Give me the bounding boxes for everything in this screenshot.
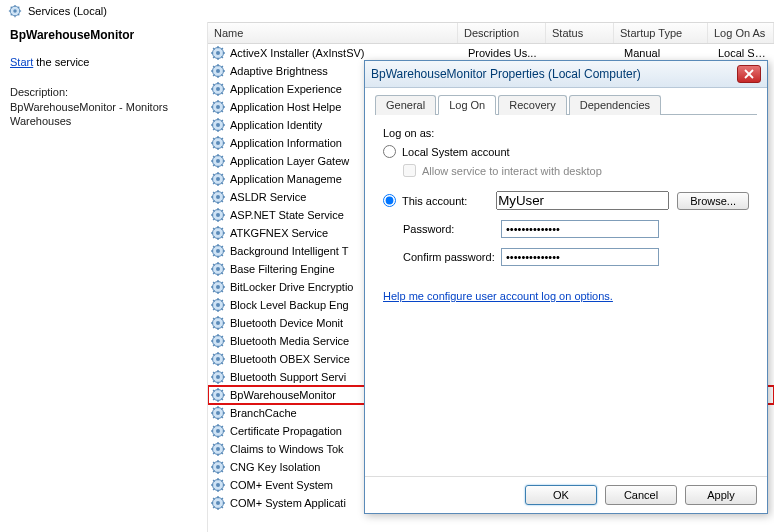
- dialog-buttons: OK Cancel Apply: [365, 476, 767, 513]
- gear-icon: [210, 171, 226, 187]
- service-action-line: Start the service: [10, 56, 197, 68]
- gear-icon: [210, 243, 226, 259]
- col-header-description[interactable]: Description: [458, 23, 546, 43]
- service-desc-cell: Provides Us...: [468, 47, 556, 59]
- checkbox-allow-interact: [403, 164, 416, 177]
- gear-icon: [210, 153, 226, 169]
- gear-icon: [210, 315, 226, 331]
- tab-dependencies[interactable]: Dependencies: [569, 95, 661, 115]
- gear-icon: [210, 351, 226, 367]
- gear-icon: [210, 135, 226, 151]
- service-startup-cell: Manual: [624, 47, 718, 59]
- panel-header: Services (Local): [0, 0, 774, 22]
- col-header-logon[interactable]: Log On As: [708, 23, 774, 43]
- gear-icon: [210, 99, 226, 115]
- gear-icon: [210, 297, 226, 313]
- col-header-startup[interactable]: Startup Type: [614, 23, 708, 43]
- description-text: BpWarehouseMonitor - Monitors Warehouses: [10, 100, 197, 129]
- help-link[interactable]: Help me configure user account log on op…: [383, 290, 613, 302]
- local-system-label: Local System account: [402, 146, 510, 158]
- close-icon: [744, 69, 754, 79]
- gear-icon: [210, 405, 226, 421]
- allow-interact-label: Allow service to interact with desktop: [422, 165, 602, 177]
- col-header-name[interactable]: Name: [208, 23, 458, 43]
- password-label: Password:: [383, 223, 501, 235]
- gear-icon: [210, 495, 226, 511]
- gear-icon: [210, 63, 226, 79]
- dialog-title: BpWarehouseMonitor Properties (Local Com…: [371, 67, 641, 81]
- start-service-link[interactable]: Start: [10, 56, 33, 68]
- gear-icon: [210, 207, 226, 223]
- gear-icon: [210, 369, 226, 385]
- gear-icon: [210, 261, 226, 277]
- column-headers: Name Description Status Startup Type Log…: [208, 22, 774, 44]
- gear-icon: [210, 225, 226, 241]
- gear-icon: [210, 459, 226, 475]
- close-button[interactable]: [737, 65, 761, 83]
- service-name-cell: ActiveX Installer (AxInstSV): [230, 47, 468, 59]
- confirm-password-input[interactable]: [501, 248, 659, 266]
- gear-icon: [210, 81, 226, 97]
- dialog-titlebar[interactable]: BpWarehouseMonitor Properties (Local Com…: [365, 61, 767, 88]
- this-account-label: This account:: [402, 195, 496, 207]
- description-label: Description:: [10, 86, 197, 98]
- gear-icon: [210, 387, 226, 403]
- gear-icon: [210, 423, 226, 439]
- tab-logon[interactable]: Log On: [438, 95, 496, 115]
- tab-recovery[interactable]: Recovery: [498, 95, 566, 115]
- cancel-button[interactable]: Cancel: [605, 485, 677, 505]
- gear-icon: [210, 477, 226, 493]
- gear-icon: [210, 189, 226, 205]
- gear-icon: [210, 117, 226, 133]
- col-header-status[interactable]: Status: [546, 23, 614, 43]
- radio-this-account[interactable]: [383, 194, 396, 207]
- confirm-password-label: Confirm password:: [383, 251, 501, 263]
- tab-general[interactable]: General: [375, 95, 436, 115]
- password-input[interactable]: [501, 220, 659, 238]
- panel-title: Services (Local): [28, 5, 107, 17]
- account-input[interactable]: [496, 191, 669, 210]
- gear-icon: [210, 333, 226, 349]
- selected-service-name: BpWarehouseMonitor: [10, 28, 197, 42]
- gear-icon: [210, 441, 226, 457]
- details-pane: BpWarehouseMonitor Start the service Des…: [0, 22, 208, 532]
- radio-local-system[interactable]: [383, 145, 396, 158]
- logon-as-label: Log on as:: [383, 127, 749, 139]
- gear-icon: [210, 45, 226, 61]
- ok-button[interactable]: OK: [525, 485, 597, 505]
- gear-icon: [210, 279, 226, 295]
- properties-dialog: BpWarehouseMonitor Properties (Local Com…: [364, 60, 768, 514]
- service-logon-cell: Local Syste...: [718, 47, 770, 59]
- services-icon: [8, 4, 22, 18]
- start-service-suffix: the service: [33, 56, 89, 68]
- browse-button[interactable]: Browse...: [677, 192, 749, 210]
- apply-button[interactable]: Apply: [685, 485, 757, 505]
- tabstrip: General Log On Recovery Dependencies: [375, 94, 757, 115]
